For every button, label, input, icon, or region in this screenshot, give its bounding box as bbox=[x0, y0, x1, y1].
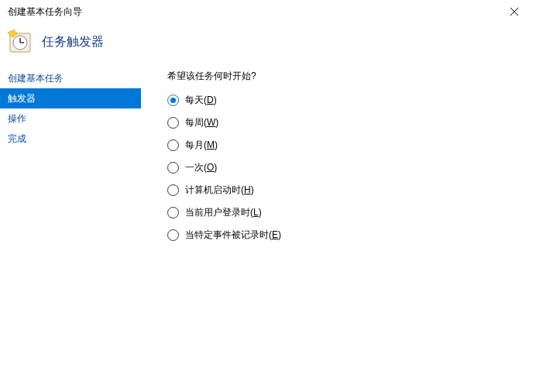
trigger-question: 希望该任务何时开始? bbox=[167, 68, 517, 83]
trigger-option-h[interactable]: 计算机启动时(H) bbox=[167, 184, 517, 197]
clock-wizard-icon bbox=[8, 29, 33, 54]
sidebar-item-3[interactable]: 完成 bbox=[0, 129, 141, 149]
close-icon bbox=[510, 8, 518, 15]
sidebar-item-2[interactable]: 操作 bbox=[0, 108, 141, 129]
radio-icon bbox=[167, 162, 179, 174]
close-button[interactable] bbox=[499, 1, 530, 22]
trigger-option-o[interactable]: 一次(O) bbox=[167, 161, 517, 174]
trigger-option-w[interactable]: 每周(W) bbox=[167, 116, 517, 129]
window-title: 创建基本任务向导 bbox=[8, 5, 82, 19]
radio-icon bbox=[167, 139, 179, 151]
radio-label: 当前用户登录时(L) bbox=[185, 206, 262, 219]
page-title: 任务触发器 bbox=[42, 34, 104, 50]
trigger-option-d[interactable]: 每天(D) bbox=[167, 94, 517, 107]
radio-icon bbox=[167, 117, 179, 129]
radio-label: 计算机启动时(H) bbox=[185, 184, 254, 197]
radio-icon bbox=[167, 229, 179, 241]
trigger-options: 每天(D)每周(W)每月(M)一次(O)计算机启动时(H)当前用户登录时(L)当… bbox=[167, 94, 517, 242]
titlebar: 创建基本任务向导 bbox=[0, 0, 536, 23]
content-pane: 希望该任务何时开始? 每天(D)每周(W)每月(M)一次(O)计算机启动时(H)… bbox=[141, 68, 536, 392]
radio-label: 每周(W) bbox=[185, 116, 218, 129]
wizard-header: 任务触发器 bbox=[0, 23, 536, 68]
sidebar-item-0[interactable]: 创建基本任务 bbox=[0, 68, 141, 88]
trigger-option-m[interactable]: 每月(M) bbox=[167, 139, 517, 152]
radio-icon bbox=[167, 95, 179, 106]
wizard-body: 创建基本任务触发器操作完成 希望该任务何时开始? 每天(D)每周(W)每月(M)… bbox=[0, 68, 536, 392]
radio-label: 每月(M) bbox=[185, 139, 218, 152]
trigger-option-e[interactable]: 当特定事件被记录时(E) bbox=[167, 229, 517, 242]
sidebar: 创建基本任务触发器操作完成 bbox=[0, 68, 141, 392]
trigger-option-l[interactable]: 当前用户登录时(L) bbox=[167, 206, 517, 219]
radio-label: 每天(D) bbox=[185, 94, 217, 107]
sidebar-item-1[interactable]: 触发器 bbox=[0, 88, 141, 108]
radio-label: 当特定事件被记录时(E) bbox=[185, 229, 281, 242]
radio-icon bbox=[167, 184, 179, 196]
radio-icon bbox=[167, 207, 179, 218]
radio-label: 一次(O) bbox=[185, 161, 217, 174]
